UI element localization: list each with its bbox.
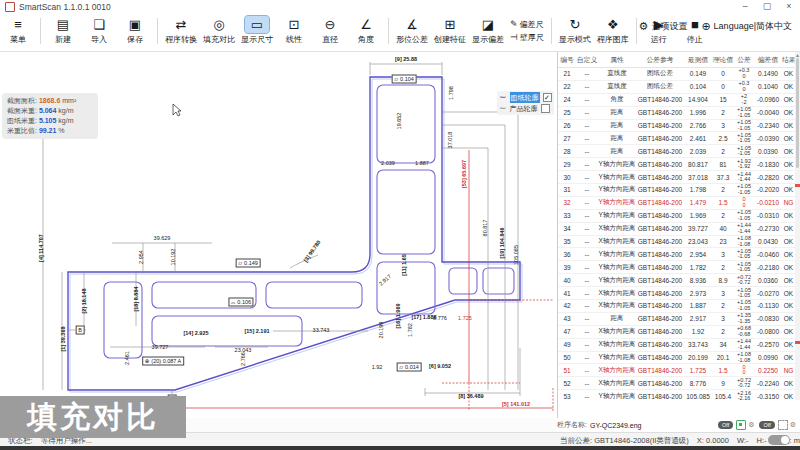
column-header[interactable]: 属性 — [598, 55, 636, 65]
deviation-cell: -0.0830 — [754, 315, 782, 322]
toolbar-button-display-mode[interactable]: ↻显示模式 — [559, 16, 591, 45]
table-row[interactable]: 35--X轴方向距离GBT14846-20023.04323+1.08-1.08… — [558, 236, 800, 249]
table-cell: 1.996 — [684, 109, 712, 116]
result-cell: OK — [782, 315, 795, 322]
table-cell: 50 — [558, 354, 576, 361]
table-cell: -- — [576, 380, 598, 387]
table-cell: 0.149 — [684, 70, 712, 77]
column-header[interactable]: 公差参考 — [636, 55, 684, 65]
deviation-cell: -0.3150 — [754, 393, 782, 400]
layer-checkbox[interactable]: ✓ — [543, 93, 552, 102]
column-header[interactable]: 最测值 — [684, 55, 712, 65]
result-cell: OK — [782, 393, 795, 400]
unit-toggle-switch[interactable] — [768, 435, 790, 445]
gear-icon[interactable]: ⚙ — [748, 421, 754, 429]
table-cell: -- — [576, 83, 598, 90]
result-cell: OK — [782, 122, 795, 129]
column-header[interactable]: 公差 — [734, 55, 754, 65]
layer-toggle-product-contour[interactable]: ∼产品轮廓 — [499, 103, 552, 114]
table-row[interactable]: 28--距离GBT14846-2002.0392+1.05-1.050.0390… — [558, 145, 800, 158]
table-cell: X轴方向距离 — [598, 366, 636, 375]
dimension-label: ⌭0.014 — [397, 363, 422, 372]
drawing-canvas[interactable]: 截面面积: 1868.6 mm²截面米重: 5.064 kg/m图纸米重: 5.… — [0, 52, 557, 418]
table-row[interactable]: 41--X轴方向距离GBT14846-2002.9733+1.05-1.05-0… — [558, 287, 800, 300]
crop-frame-icon[interactable] — [778, 420, 788, 430]
column-header[interactable]: 自定义 — [576, 55, 598, 65]
result-cell: OK — [782, 161, 795, 168]
gear-icon[interactable]: ⚙ — [790, 421, 796, 429]
table-row[interactable]: 27--距离GBT14846-2002.4612.5+1.05-1.05-0.0… — [558, 132, 800, 145]
table-row[interactable]: 43--距离GBT14846-2002.9173+1.35-1.35-0.083… — [558, 313, 800, 326]
table-cell: 39 — [558, 264, 576, 271]
table-cell: GBT14846-200 — [636, 367, 684, 374]
table-cell: X轴方向距离 — [598, 340, 636, 349]
toggle-off-2[interactable]: Off — [759, 421, 774, 429]
table-cell: 1.5 — [712, 199, 734, 206]
deviation-cell: -0.2240 — [754, 380, 782, 387]
table-row[interactable]: 52--X轴方向距离GBT14846-2008.7769+0.72-0.72-0… — [558, 377, 800, 390]
table-cell: 29 — [558, 161, 576, 168]
column-header[interactable]: 编号 — [558, 55, 576, 65]
table-row[interactable]: 51--X轴方向距离GBT14846-2001.7251.5000.2250NG — [558, 364, 800, 377]
dimension-label: [8] 36.489 — [458, 393, 483, 399]
table-row[interactable]: 22--直线度图纸公差0.1040+0.300.1040OK — [558, 81, 800, 94]
table-cell: Y轴方向距离 — [598, 276, 636, 285]
bottom-strip — [0, 446, 800, 450]
frame-green-icon[interactable] — [736, 420, 746, 430]
toolbar-button-program-gallery[interactable]: ❖程序图库 — [597, 16, 629, 45]
table-cell: GBT14846-200 — [636, 148, 684, 155]
minimize-button[interactable]: – — [734, 0, 756, 13]
options-settings-button[interactable]: ⚙选项设置 — [639, 20, 688, 33]
table-scrollbar[interactable]: ▲ — [795, 52, 800, 400]
table-row[interactable]: 39--Y轴方向距离GBT14846-2001.7822+1.05-1.05-0… — [558, 261, 800, 274]
table-row[interactable]: 26--距离GBT14846-2002.7663+1.05-1.05-0.234… — [558, 120, 800, 133]
deviation-cell: 0.2250 — [754, 367, 782, 374]
contour-line-icon: ∼ — [499, 103, 507, 114]
table-cell: 49 — [558, 341, 576, 348]
deviation-cell: 0.1490 — [754, 70, 782, 77]
table-row[interactable]: 33--Y轴方向距离GBT14846-2001.9692+1.05-1.05-0… — [558, 210, 800, 223]
table-row[interactable]: 53--Y轴方向距离GBT14846-200105.085105.4+2.16-… — [558, 390, 800, 401]
table-row[interactable]: 42--X轴方向距离GBT14846-2001.8872+1.05-1.05-0… — [558, 300, 800, 313]
table-row[interactable]: 25--距离GBT14846-2001.9962+1.05-1.05-0.004… — [558, 107, 800, 120]
deviation-cell: 0.0430 — [754, 238, 782, 245]
tolerance-cell: +1.44-1.44 — [734, 223, 754, 234]
table-row[interactable]: 29--Y轴方向距离GBT14846-20080.81781+1.92-1.92… — [558, 158, 800, 171]
column-header[interactable]: 偏差值 — [754, 55, 782, 65]
table-row[interactable]: 36--Y轴方向距离GBT14846-2002.9543+1.05-1.05-0… — [558, 248, 800, 261]
table-row[interactable]: 31--Y轴方向距离GBT14846-2001.7982+1.05-1.05-0… — [558, 184, 800, 197]
column-header[interactable]: 结果 — [782, 55, 795, 65]
tolerance-cell: +1.92-1.92 — [734, 159, 754, 170]
table-row[interactable]: 47--X轴方向距离GBT14846-2001.922+0.68-0.68-0.… — [558, 326, 800, 339]
table-cell: Y轴方向距离 — [598, 185, 636, 194]
table-row[interactable]: 21--直线度图纸公差0.1490+0.300.1490OK — [558, 68, 800, 81]
layer-toggle-drawing-contour[interactable]: ∼图纸轮廓✓ — [499, 92, 552, 103]
deviation-cell: -0.1130 — [754, 302, 782, 309]
table-cell: 1.782 — [684, 264, 712, 271]
dimension-label: [9] 25.88 — [395, 56, 417, 62]
table-row[interactable]: 24--角度GBT14846-20014.90415+2-2-0.0960OK — [558, 94, 800, 107]
scrollbar-thumb[interactable] — [796, 58, 799, 168]
deviation-cell: -0.2020 — [754, 186, 782, 193]
table-cell: 1.969 — [684, 212, 712, 219]
table-row[interactable]: 49--X轴方向距离GBT14846-20033.74334+1.44-1.44… — [558, 339, 800, 352]
table-cell: 37.018 — [684, 174, 712, 181]
table-row[interactable]: 40--Y轴方向距离GBT14846-2008.9368.9+0.72-0.72… — [558, 274, 800, 287]
table-row[interactable]: 34--X轴方向距离GBT14846-20039.72740+1.44-1.44… — [558, 223, 800, 236]
table-cell: X轴方向距离 — [598, 224, 636, 233]
maximize-button[interactable]: ▢ — [756, 0, 778, 13]
language-button[interactable]: ⊕Language|简体中文 — [701, 20, 792, 33]
column-header[interactable]: 理论值 — [712, 55, 734, 65]
dimension-label: 33.743 — [313, 327, 330, 333]
contour-line-icon: ∼ — [499, 92, 507, 103]
table-cell: 34 — [558, 225, 576, 232]
table-cell: GBT14846-200 — [636, 122, 684, 129]
toggle-off-1[interactable]: Off — [718, 421, 733, 429]
table-row[interactable]: 32--Y轴方向距离GBT14846-2001.4791.500-0.0210N… — [558, 197, 800, 210]
layer-checkbox[interactable] — [541, 104, 550, 113]
close-button[interactable]: × — [778, 0, 800, 13]
table-row[interactable]: 50--Y轴方向距离GBT14846-20020.19920.1+1.08-1.… — [558, 352, 800, 365]
table-cell: X轴方向距离 — [598, 301, 636, 310]
table-cell: X轴方向距离 — [598, 379, 636, 388]
table-row[interactable]: 30--Y轴方向距离GBT14846-20037.01837.3+1.44-1.… — [558, 171, 800, 184]
